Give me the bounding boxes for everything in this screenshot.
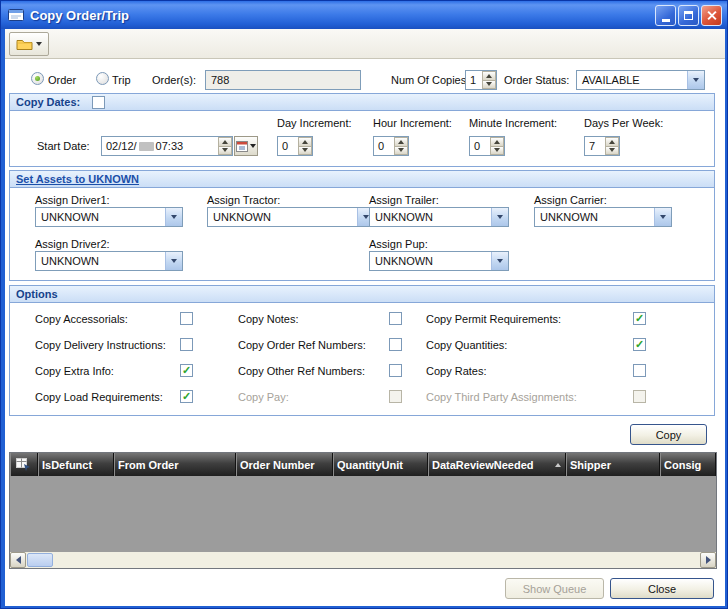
spin-down-button[interactable]: [394, 147, 408, 156]
copy-quantities-checkbox[interactable]: ✓: [633, 338, 646, 351]
spin-down-button[interactable]: [605, 147, 619, 156]
maximize-button[interactable]: [678, 5, 699, 26]
assign-driver1-combo[interactable]: UNKNOWN: [35, 207, 183, 227]
combo-dropdown-button[interactable]: [654, 208, 671, 226]
copy-dates-checkbox[interactable]: [92, 96, 105, 109]
order-radio[interactable]: [31, 72, 44, 85]
spin-up-button[interactable]: [298, 137, 312, 147]
start-date-prefix: 02/12/: [106, 140, 137, 152]
column-header-quantityunit[interactable]: QuantityUnit: [333, 453, 428, 476]
chevron-down-icon: [693, 78, 699, 82]
assign-driver2-combo[interactable]: UNKNOWN: [35, 251, 183, 271]
titlebar: Copy Order/Trip: [1, 1, 728, 29]
minimize-button[interactable]: [655, 5, 676, 26]
spin-up-button[interactable]: [490, 137, 504, 147]
copy-delivery-instructions-checkbox[interactable]: [180, 338, 193, 351]
column-header-order-number[interactable]: Order Number: [236, 453, 333, 476]
column-header-shipper[interactable]: Shipper: [566, 453, 660, 476]
spin-down-button[interactable]: [490, 147, 504, 156]
horizontal-scrollbar[interactable]: [10, 552, 716, 568]
copy-button[interactable]: Copy: [630, 424, 707, 445]
copy-tool-button[interactable]: [9, 32, 49, 56]
combo-dropdown-button[interactable]: [165, 252, 182, 270]
copy-permit-requirements-checkbox[interactable]: ✓: [633, 312, 646, 325]
assign-driver2-value: UNKNOWN: [36, 255, 165, 267]
trip-radio[interactable]: [96, 72, 109, 85]
copy-other-ref-numbers-checkbox[interactable]: [389, 364, 402, 377]
calendar-button[interactable]: [234, 136, 258, 156]
day-increment-spinner[interactable]: 0: [277, 136, 313, 156]
spin-up-button[interactable]: [218, 137, 232, 147]
chevron-down-icon: [497, 259, 503, 263]
chevron-down-icon: [171, 259, 177, 263]
combo-dropdown-button[interactable]: [491, 208, 508, 226]
copy-pay-checkbox: [389, 390, 402, 403]
order-status-combo[interactable]: AVAILABLE: [576, 70, 705, 90]
start-date-label: Start Date:: [37, 140, 90, 152]
combo-dropdown-button[interactable]: [165, 208, 182, 226]
copy-rates-checkbox[interactable]: [633, 364, 646, 377]
row-selector-header[interactable]: [10, 453, 38, 476]
close-button[interactable]: Close: [610, 578, 714, 599]
scroll-thumb[interactable]: [27, 553, 53, 567]
copy-notes-label: Copy Notes:: [238, 313, 299, 325]
options-header-label: Options: [16, 288, 58, 300]
copy-load-requirements-checkbox[interactable]: ✓: [180, 390, 193, 403]
options-body: Copy Accessorials: Copy Notes: Copy Perm…: [10, 303, 714, 415]
hour-increment-spinner[interactable]: 0: [373, 136, 409, 156]
scroll-left-button[interactable]: [10, 552, 26, 568]
column-header-consignee[interactable]: Consig: [660, 453, 716, 476]
copy-order-ref-numbers-checkbox[interactable]: [389, 338, 402, 351]
hour-increment-value: 0: [374, 137, 394, 155]
scroll-right-button[interactable]: [700, 552, 716, 568]
copy-other-ref-numbers-label: Copy Other Ref Numbers:: [238, 365, 365, 377]
column-header-from-order[interactable]: From Order: [114, 453, 236, 476]
copy-extra-info-checkbox[interactable]: ✓: [180, 364, 193, 377]
spin-up-button[interactable]: [482, 71, 496, 81]
start-date-value: 02/12/ 07:33: [102, 137, 218, 155]
copy-pay-label: Copy Pay:: [238, 391, 289, 403]
spin-down-button[interactable]: [218, 147, 232, 156]
spin-up-button[interactable]: [605, 137, 619, 147]
start-date-input[interactable]: 02/12/ 07:33: [101, 136, 233, 156]
set-assets-link[interactable]: Set Assets to UKNOWN: [16, 173, 139, 185]
sort-ascending-icon: [555, 463, 561, 467]
copy-dates-header: Copy Dates:: [10, 94, 714, 111]
spin-up-icon: [494, 140, 500, 144]
copy-notes-checkbox[interactable]: [389, 312, 402, 325]
copy-order-ref-numbers-label: Copy Order Ref Numbers:: [238, 339, 366, 351]
day-increment-value: 0: [278, 137, 298, 155]
spin-up-button[interactable]: [394, 137, 408, 147]
spin-down-icon: [302, 148, 308, 152]
spin-up-icon: [302, 140, 308, 144]
days-per-week-value: 7: [585, 137, 605, 155]
orders-input[interactable]: 788: [205, 70, 361, 90]
assign-trailer-combo[interactable]: UNKNOWN: [369, 207, 509, 227]
assign-carrier-combo[interactable]: UNKNOWN: [534, 207, 672, 227]
minute-increment-spinner[interactable]: 0: [469, 136, 505, 156]
assign-pup-combo[interactable]: UNKNOWN: [369, 251, 509, 271]
days-per-week-spinner[interactable]: 7: [584, 136, 620, 156]
copy-order-trip-window: Copy Order/Trip Order Trip Order(s): 788…: [0, 0, 728, 609]
close-window-button[interactable]: [701, 5, 722, 26]
redacted-text: [139, 142, 154, 151]
spin-down-button[interactable]: [298, 147, 312, 156]
orders-value: 788: [211, 74, 229, 86]
column-header-isdefunct[interactable]: IsDefunct: [38, 453, 114, 476]
spin-down-button[interactable]: [482, 81, 496, 90]
column-header-datareviewneeded[interactable]: DataReviewNeeded: [428, 453, 566, 476]
folder-icon: [16, 38, 33, 51]
combo-dropdown-button[interactable]: [491, 252, 508, 270]
app-icon: [8, 8, 24, 22]
num-copies-spinner[interactable]: 1: [465, 70, 497, 90]
assign-tractor-combo[interactable]: UNKNOWN: [207, 207, 375, 227]
grid-body: [10, 476, 716, 552]
set-assets-header: Set Assets to UKNOWN: [10, 171, 714, 188]
assign-trailer-value: UNKNOWN: [370, 211, 491, 223]
set-assets-section: Set Assets to UKNOWN Assign Driver1: Ass…: [9, 170, 715, 281]
assign-driver1-value: UNKNOWN: [36, 211, 165, 223]
combo-dropdown-button[interactable]: [687, 71, 704, 89]
copy-rates-label: Copy Rates:: [426, 365, 487, 377]
copy-accessorials-checkbox[interactable]: [180, 312, 193, 325]
assign-trailer-label: Assign Trailer:: [369, 194, 439, 206]
